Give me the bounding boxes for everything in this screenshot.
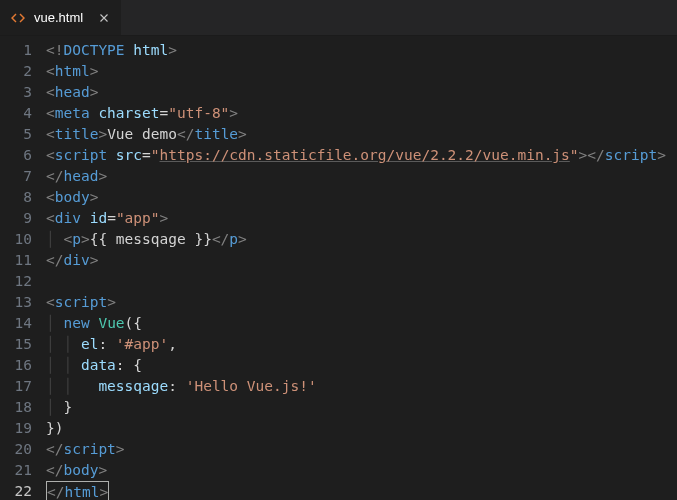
cursor-selection: </html> [46,481,109,500]
code-line[interactable] [46,271,677,292]
line-number: 7 [0,166,32,187]
code-line[interactable]: │ │ messqage: 'Hello Vue.js!' [46,376,677,397]
line-number: 8 [0,187,32,208]
line-number-gutter: 12345678910111213141516171819202122 [0,40,46,500]
line-number: 17 [0,376,32,397]
close-icon[interactable] [97,11,111,25]
code-line[interactable]: <div id="app"> [46,208,677,229]
code-line[interactable]: <html> [46,61,677,82]
tab-vue-html[interactable]: vue.html [0,0,121,35]
tab-bar: vue.html [0,0,677,36]
code-editor[interactable]: 12345678910111213141516171819202122 <!DO… [0,36,677,500]
code-file-icon [10,10,26,26]
line-number: 1 [0,40,32,61]
code-line[interactable]: <title>Vue demo</title> [46,124,677,145]
line-number: 9 [0,208,32,229]
code-line[interactable]: }) [46,418,677,439]
code-line[interactable]: <!DOCTYPE html> [46,40,677,61]
code-line[interactable]: <script src="https://cdn.staticfile.org/… [46,145,677,166]
line-number: 22 [0,481,32,500]
line-number: 14 [0,313,32,334]
line-number: 4 [0,103,32,124]
line-number: 15 [0,334,32,355]
code-line[interactable]: </script> [46,439,677,460]
line-number: 5 [0,124,32,145]
line-number: 12 [0,271,32,292]
line-number: 19 [0,418,32,439]
code-line[interactable]: <meta charset="utf-8"> [46,103,677,124]
line-number: 6 [0,145,32,166]
code-line[interactable]: </div> [46,250,677,271]
code-line[interactable]: </head> [46,166,677,187]
line-number: 3 [0,82,32,103]
line-number: 21 [0,460,32,481]
line-number: 13 [0,292,32,313]
tab-filename: vue.html [34,10,83,25]
code-line[interactable]: │ <p>{{ messqage }}</p> [46,229,677,250]
code-line[interactable]: │ new Vue({ [46,313,677,334]
code-line[interactable]: </html> [46,481,677,500]
code-area[interactable]: <!DOCTYPE html><html><head><meta charset… [46,40,677,500]
line-number: 18 [0,397,32,418]
line-number: 16 [0,355,32,376]
code-line[interactable]: │ │ el: '#app', [46,334,677,355]
code-line[interactable]: </body> [46,460,677,481]
line-number: 20 [0,439,32,460]
code-line[interactable]: <body> [46,187,677,208]
line-number: 10 [0,229,32,250]
code-line[interactable]: <script> [46,292,677,313]
line-number: 11 [0,250,32,271]
code-line[interactable]: │ │ data: { [46,355,677,376]
line-number: 2 [0,61,32,82]
code-line[interactable]: <head> [46,82,677,103]
code-line[interactable]: │ } [46,397,677,418]
